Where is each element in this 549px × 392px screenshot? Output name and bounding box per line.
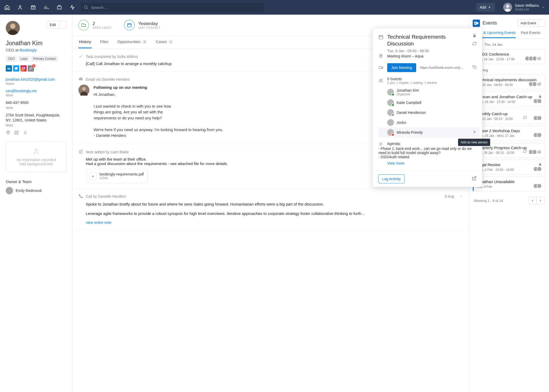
person-icon [33,148,40,155]
view-more-link[interactable]: View more [387,161,404,165]
topnav: Add Gavin Williams Zestia Ltd. [0,0,549,15]
view-entire-note[interactable]: view entire note [86,220,463,225]
email-personal[interactable]: jonathan.kim2020@gmail.com [6,77,67,81]
svg-rect-15 [128,24,131,27]
popup-datetime: Tue, 8 Jan · 09:00 - 08:30 [387,49,469,53]
zoom-url[interactable]: https://us02web.zoom.us/j/… [420,66,469,69]
activity-icon[interactable] [70,4,75,10]
tag[interactable]: Primary Contact [31,56,58,62]
add-event-button[interactable]: Add Event [518,19,545,27]
map-icon[interactable] [14,130,19,136]
log-activity-button[interactable]: Log Activity [378,174,405,183]
pin-icon[interactable] [6,130,10,136]
user-avatar [503,3,512,12]
calendar-icon [124,20,135,30]
event-card[interactable]: Monthly Catch-upFri, 22 Jan · 09:15 - 10… [473,109,545,124]
tab-opportunities[interactable]: Opportunities2 [117,36,147,48]
linkedin-icon[interactable]: in [6,65,12,72]
tab-cases[interactable]: Cases1 [155,36,174,48]
user-company: Zestia Ltd. [515,8,539,11]
add-person-icon[interactable]: Add as new person [472,130,477,135]
svg-point-18 [82,87,86,91]
search-box[interactable] [81,3,264,12]
stat-open-cases[interactable]: 2OPEN CASES [78,20,112,30]
guest-row: Katie Campbell [387,98,477,108]
chevron-down-icon [542,6,545,9]
guest-row-hover[interactable]: Miranda Priestly Add as new person [378,127,480,137]
calendar-check-icon[interactable] [30,4,36,10]
user-name: Gavin Williams [515,3,539,8]
note-icon [78,149,83,155]
sender-avatar [78,85,89,96]
link-badge: 2 [32,64,36,67]
list-icon[interactable] [22,130,27,136]
event-card[interactable]: UXDX Conference Thu, 14 Jan · 12:00 - 17… [473,49,545,64]
contact-sidebar: Edit Jonathan Kim CEO at Bookingly CEO L… [0,15,73,392]
refresh-icon[interactable] [472,42,477,46]
chevron-down-icon[interactable] [459,195,463,198]
contact-company-link[interactable]: Bookingly [20,48,37,52]
join-meeting-button[interactable]: Join Meeting [387,63,416,72]
guests-icon [378,78,384,83]
event-card[interactable]: Technical requirements discussionFri, 15… [473,75,545,90]
chevron-down-icon[interactable] [59,21,66,28]
owner-name: Emily Redmond [16,189,42,193]
recur-icon [523,150,527,154]
events-upcoming-heading: Upcoming [473,68,545,72]
video-icon [378,65,384,70]
svg-point-27 [475,22,476,24]
address: 2754 Scott Street, Poughkeepsie, NY, 126… [6,113,67,123]
tab-files[interactable]: Files [100,36,109,48]
attachment[interactable]: ▲ bookingly-requirements.pdf425kb [86,169,148,183]
home-icon[interactable] [4,4,10,10]
stat-last-contact[interactable]: YesterdayLAST CONTACT [124,20,161,30]
tooltip: Add as new person [458,139,490,146]
instagram-icon[interactable] [20,65,27,72]
svg-rect-23 [379,66,382,69]
svg-rect-28 [539,96,541,98]
event-card[interactable]: Legal ReviewMon, 1 Feb · 13:30 - 14:00 [473,160,545,174]
tag[interactable]: Lead [18,56,30,62]
events-heading: Events [483,20,515,26]
pager-prev[interactable] [529,197,536,204]
guest-row: Daniel Henderson [387,108,477,118]
twitter-icon[interactable] [13,65,19,72]
pager-text: Showing 1 - 8 of 14 [474,199,503,203]
tab-past-events[interactable]: Past Events [521,31,540,38]
svg-rect-29 [539,164,541,166]
background-placeholder[interactable]: No information recorded Add background i… [6,142,67,172]
edit-button[interactable]: Edit [46,21,67,29]
plus-icon [488,5,491,9]
search-input[interactable] [91,5,260,10]
events-today-heading: Today · Thu, 14 Jan [473,43,545,46]
svg-point-14 [35,149,37,151]
external-link-icon[interactable] [472,176,477,182]
tab-history[interactable]: History [78,36,92,48]
svg-point-22 [380,55,381,56]
calendar-icon [378,34,384,40]
event-card[interactable]: Jonathan UnavailableThu, 4 Feb [473,177,545,191]
bar-chart-icon[interactable] [43,4,49,10]
svg-rect-1 [31,6,35,9]
check-icon [78,54,83,59]
add-button[interactable]: Add [476,3,495,11]
tag[interactable]: CEO [6,56,17,62]
link-icon[interactable]: 2 [28,65,34,72]
email-work[interactable]: ceo@bookingly.me [6,89,67,93]
owner-avatar [6,187,13,194]
mail-icon [78,77,83,82]
svg-point-13 [8,132,9,133]
event-card[interactable]: Duncan and Jonathan Catch-upMon, 18 Jan … [473,92,545,107]
person-icon[interactable] [17,4,23,10]
copy-icon[interactable] [472,65,477,70]
svg-point-11 [23,68,24,69]
contact-name: Jonathan Kim [6,40,67,47]
user-menu[interactable]: Gavin Williams Zestia Ltd. [503,3,545,12]
outlook-icon [473,20,480,27]
pager-next[interactable] [536,197,544,204]
owner-heading: Owner & Team [6,179,67,184]
event-card[interactable]: Phase 2 Workshop DaysMon, 25 Jan - Wed, … [473,126,545,141]
chevron-down-icon[interactable] [539,20,545,27]
svg-point-3 [84,6,87,9]
briefcase-icon[interactable] [56,4,62,10]
